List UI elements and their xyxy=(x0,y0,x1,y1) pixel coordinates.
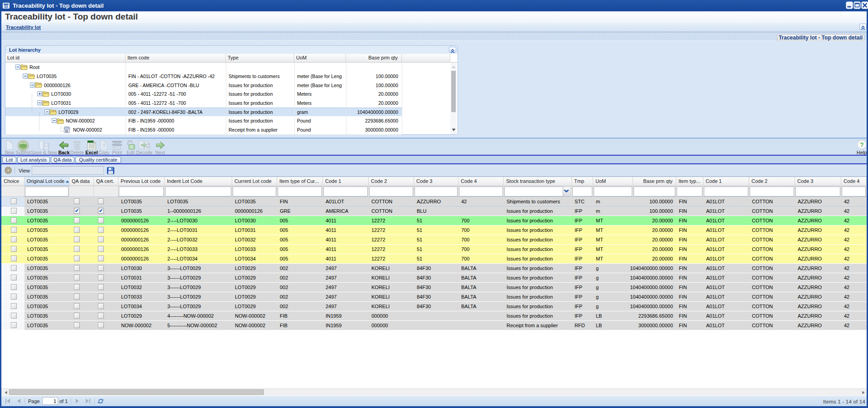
svg-text:?: ? xyxy=(860,141,864,148)
svg-text:01: 01 xyxy=(146,146,150,149)
svg-text:T: T xyxy=(102,143,106,148)
